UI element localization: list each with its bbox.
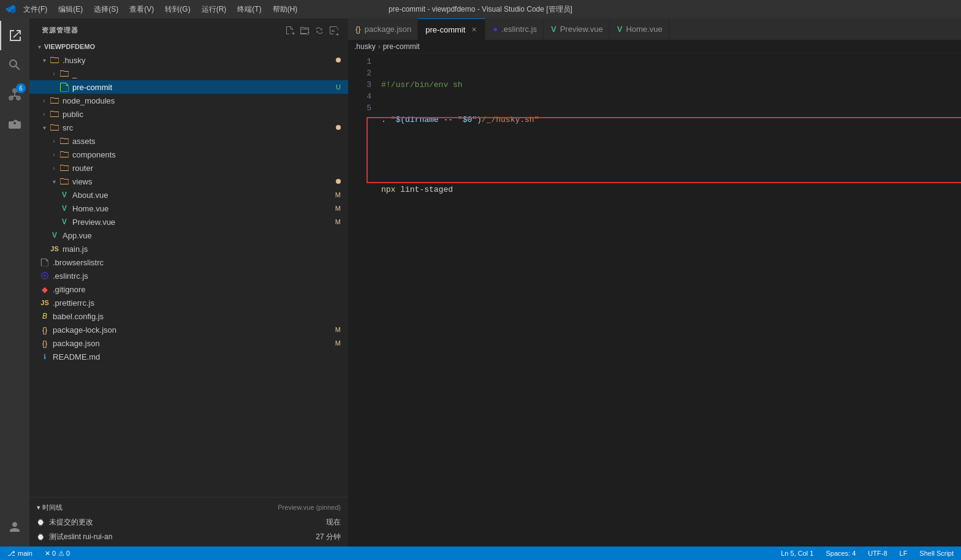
file-readme[interactable]: ℹ README.md	[29, 350, 348, 363]
activity-account[interactable]	[0, 512, 29, 542]
folder-node-modules[interactable]: › node_modules	[29, 94, 348, 107]
breadcrumb: .husky › pre-commit	[348, 40, 961, 53]
status-git-branch[interactable]: ⎇ main	[5, 550, 35, 558]
menu-goto[interactable]: 转到(G)	[160, 3, 195, 16]
folder-components[interactable]: › components	[29, 148, 348, 161]
folder-router[interactable]: › router	[29, 161, 348, 175]
router-folder-icon	[59, 163, 70, 173]
gitignore-icon: ◆	[39, 285, 50, 294]
precommit-tab-close[interactable]: ✕	[469, 25, 479, 34]
cursor-position-label: Ln 5, Col 1	[781, 550, 813, 557]
package-json-badge: M	[335, 339, 343, 347]
menu-terminal[interactable]: 终端(T)	[232, 3, 266, 16]
folder-husky[interactable]: ▾ .husky	[29, 53, 348, 67]
activity-extensions[interactable]	[0, 109, 29, 138]
sidebar-header: 资源管理器	[29, 18, 348, 40]
menu-help[interactable]: 帮助(H)	[268, 3, 303, 16]
eslintrc-label: .eslintrc.js	[53, 271, 343, 281]
source-control-badge: 6	[16, 83, 26, 93]
tab-pre-commit[interactable]: pre-commit ✕	[418, 18, 485, 40]
file-prettierrc[interactable]: JS .prettierrc.js	[29, 296, 348, 309]
components-arrow-icon: ›	[49, 151, 59, 158]
status-left: ⎇ main ✕ 0 ⚠ 0	[5, 550, 72, 558]
new-folder-button[interactable]	[298, 24, 311, 37]
package-json-tab-icon: {}	[355, 25, 361, 34]
file-package-lock[interactable]: {} package-lock.json M	[29, 323, 348, 336]
breadcrumb-sep: ›	[378, 42, 381, 51]
menu-view[interactable]: 查看(V)	[124, 3, 159, 16]
file-eslintrc[interactable]: .eslintrc.js	[29, 269, 348, 282]
project-root[interactable]: ▾ VIEWPDFDEMO	[29, 40, 348, 53]
timeline-label[interactable]: ▾ 时间线	[37, 503, 63, 512]
husky-modified-dot	[336, 58, 341, 62]
menu-edit[interactable]: 编辑(E)	[53, 3, 88, 16]
tab-preview-vue[interactable]: V Preview.vue	[544, 18, 610, 40]
file-gitignore[interactable]: ◆ .gitignore	[29, 282, 348, 296]
browserslistrc-label: .browserslistrc	[53, 258, 343, 267]
underscore-arrow-icon: ›	[49, 70, 59, 77]
timeline-clock-icon-2: ⌚	[37, 534, 44, 540]
file-home-vue[interactable]: V Home.vue M	[29, 202, 348, 215]
collapse-all-button[interactable]	[327, 24, 341, 37]
breadcrumb-precommit[interactable]: pre-commit	[383, 42, 420, 51]
views-arrow-icon: ▾	[49, 178, 59, 185]
precommit-label: pre-commit	[72, 83, 336, 92]
folder-public[interactable]: › public	[29, 107, 348, 121]
activity-source-control[interactable]: 6	[0, 80, 29, 109]
code-line-4: npx lint-staged	[381, 184, 961, 195]
sidebar-bottom-panel: ▾ 时间线 Preview.vue (pinned) ⌚ 未提交的更改 现在 ⌚…	[29, 497, 348, 547]
tab-package-json[interactable]: {} package.json	[348, 18, 418, 40]
timeline-clock-icon-1: ⌚	[37, 519, 44, 526]
file-app-vue[interactable]: V App.vue	[29, 229, 348, 242]
router-arrow-icon: ›	[49, 165, 59, 172]
tab-bar: {} package.json pre-commit ✕ ● .eslintrc…	[348, 18, 961, 40]
line-numbers: 1 2 3 4 5	[348, 53, 379, 547]
folder-src[interactable]: ▾ src	[29, 121, 348, 134]
public-arrow-icon: ›	[39, 111, 49, 118]
file-package-json[interactable]: {} package.json M	[29, 336, 348, 350]
status-right: Ln 5, Col 1 Spaces: 4 UTF-8 LF Shell Scr…	[778, 550, 956, 557]
src-arrow-icon: ▾	[39, 124, 49, 131]
refresh-button[interactable]	[313, 24, 326, 37]
gitignore-label: .gitignore	[53, 285, 343, 294]
activity-search[interactable]	[0, 50, 29, 80]
status-line-ending[interactable]: LF	[897, 550, 910, 557]
code-content[interactable]: #!/usr/bin/env sh . "$(dirname -- "$0")/…	[379, 53, 961, 547]
status-encoding[interactable]: UTF-8	[865, 550, 889, 557]
editor-area: {} package.json pre-commit ✕ ● .eslintrc…	[348, 18, 961, 547]
folder-underscore[interactable]: › _	[29, 67, 348, 80]
public-label: public	[63, 110, 343, 119]
timeline-uncommitted-label: 未提交的更改	[49, 517, 93, 528]
status-bar: ⎇ main ✕ 0 ⚠ 0 Ln 5, Col 1 Spaces: 4 UTF…	[0, 547, 961, 560]
language-label: Shell Script	[919, 550, 954, 557]
file-main-js[interactable]: JS main.js	[29, 242, 348, 255]
precommit-file-icon	[59, 82, 70, 92]
status-cursor-position[interactable]: Ln 5, Col 1	[778, 550, 816, 557]
assets-folder-icon	[59, 136, 70, 146]
menu-select[interactable]: 选择(S)	[89, 3, 123, 16]
menu-run[interactable]: 运行(R)	[197, 3, 232, 16]
new-file-button[interactable]	[283, 24, 297, 37]
file-pre-commit[interactable]: pre-commit U	[29, 80, 348, 94]
file-babel-config[interactable]: B babel.config.js	[29, 309, 348, 323]
tab-eslintrc[interactable]: ● .eslintrc.js	[485, 18, 544, 40]
status-errors[interactable]: ✕ 0 ⚠ 0	[42, 550, 72, 558]
folder-views[interactable]: ▾ views	[29, 175, 348, 188]
status-language[interactable]: Shell Script	[917, 550, 956, 557]
folder-assets[interactable]: › assets	[29, 134, 348, 148]
file-browserslistrc[interactable]: .browserslistrc	[29, 255, 348, 269]
vscode-logo-icon	[5, 4, 16, 15]
file-preview-vue[interactable]: V Preview.vue M	[29, 215, 348, 229]
package-json-tab-label: package.json	[365, 25, 412, 34]
about-vue-label: About.vue	[72, 191, 335, 200]
activity-explorer[interactable]	[0, 21, 29, 50]
status-spaces[interactable]: Spaces: 4	[823, 550, 858, 557]
breadcrumb-husky[interactable]: .husky	[354, 42, 376, 51]
tab-home-vue[interactable]: V Home.vue	[610, 18, 669, 40]
home-vue-label: Home.vue	[72, 204, 335, 213]
file-about-vue[interactable]: V About.vue M	[29, 188, 348, 202]
menu-file[interactable]: 文件(F)	[18, 3, 52, 16]
timeline-entry-2: ⌚ 测试eslint rui-rui-an 27 分钟	[29, 529, 348, 544]
timeline-entry-1: ⌚ 未提交的更改 现在	[29, 515, 348, 529]
code-editor[interactable]: 1 2 3 4 5 #!/usr/bin/env sh . "$(dirname…	[348, 53, 961, 547]
